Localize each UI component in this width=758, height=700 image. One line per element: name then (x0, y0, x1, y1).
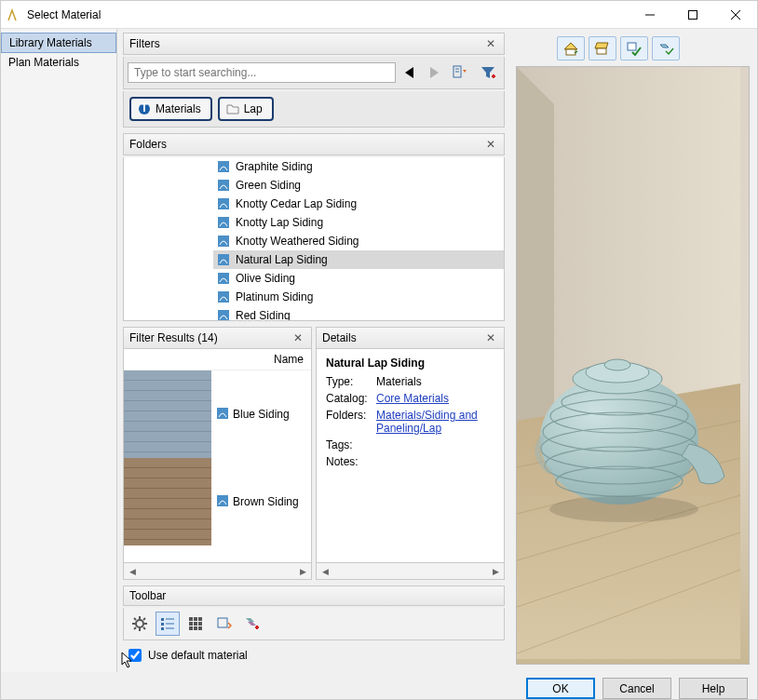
close-button[interactable] (714, 1, 757, 29)
details-header: Details ✕ (316, 327, 505, 349)
leftnav-item-library[interactable]: Library Materials (1, 33, 116, 53)
material-icon (217, 309, 230, 321)
nav-back-button[interactable] (399, 62, 420, 83)
filter-chips: T Materials Lap (123, 91, 505, 128)
details-folders-link[interactable]: Materials/Siding and Paneling/Lap (376, 409, 494, 435)
list-view-button[interactable] (156, 612, 180, 636)
svg-point-76 (549, 496, 698, 522)
preview-apply-button[interactable] (620, 36, 648, 61)
folder-item[interactable]: Platinum Siding (213, 288, 504, 306)
folder-label: Knotty Lap Siding (236, 216, 323, 229)
preview-pane[interactable] (516, 66, 750, 665)
svg-marker-5 (430, 67, 439, 78)
ok-button[interactable]: OK (526, 678, 595, 699)
results-hscroll[interactable]: ◀▶ (123, 563, 312, 580)
material-icon (217, 290, 230, 303)
results-list[interactable]: Name Blue SidingBrown Siding (123, 349, 312, 563)
material-icon (217, 495, 228, 509)
cancel-button[interactable]: Cancel (602, 678, 671, 699)
filter-options-button[interactable] (448, 61, 472, 85)
details-hscroll[interactable]: ◀▶ (316, 563, 505, 580)
details-name: Natural Lap Siding (326, 357, 494, 370)
folders-tree[interactable]: Graphite SidingGreen SidingKnotty Cedar … (123, 157, 505, 321)
material-icon (217, 179, 230, 192)
results-close-icon[interactable]: ✕ (291, 330, 305, 345)
chip-materials-label: Materials (156, 102, 201, 115)
folders-close-icon[interactable]: ✕ (483, 137, 498, 152)
filters-close-icon[interactable]: ✕ (483, 36, 498, 51)
results-name-header[interactable]: Name (124, 349, 311, 370)
svg-line-34 (143, 618, 145, 620)
folders-header: Folders ✕ (123, 133, 505, 155)
chip-materials[interactable]: T Materials (129, 97, 212, 121)
svg-marker-55 (595, 43, 608, 48)
chip-lap[interactable]: Lap (218, 97, 274, 121)
material-icon (217, 160, 230, 173)
nav-forward-button[interactable] (424, 62, 444, 83)
folder-item[interactable]: Knotty Weathered Siding (213, 232, 504, 250)
svg-rect-47 (189, 626, 193, 630)
svg-rect-50 (218, 618, 227, 627)
svg-line-32 (143, 627, 145, 629)
right-column (508, 29, 757, 672)
chip-lap-label: Lap (244, 102, 263, 115)
results-header: Filter Results (14) ✕ (123, 327, 312, 349)
svg-point-26 (136, 620, 143, 627)
material-icon (217, 216, 230, 229)
folder-item[interactable]: Natural Lap Siding (213, 250, 504, 269)
preview-toolbar (557, 36, 750, 61)
folder-label: Natural Lap Siding (236, 253, 328, 266)
folder-item[interactable]: Red Siding (213, 306, 504, 321)
folders-title: Folders (129, 138, 483, 151)
svg-rect-54 (566, 49, 575, 55)
filters-header: Filters ✕ (123, 33, 505, 55)
details-close-icon[interactable]: ✕ (483, 330, 498, 345)
folder-label: Knotty Weathered Siding (236, 235, 359, 248)
folder-label: Platinum Siding (236, 290, 313, 303)
folder-item[interactable]: Graphite Siding (213, 157, 504, 176)
result-item[interactable]: Blue Siding (124, 370, 311, 458)
svg-rect-46 (198, 622, 202, 626)
search-input[interactable] (128, 62, 396, 83)
preview-elevation-button[interactable] (589, 36, 616, 61)
material-icon (217, 272, 230, 285)
folder-icon (225, 101, 240, 116)
app-icon (7, 7, 21, 22)
folder-item[interactable]: Olive Siding (213, 269, 504, 288)
details-title: Details (322, 331, 483, 344)
svg-rect-37 (161, 627, 164, 630)
folder-item[interactable]: Green Siding (213, 176, 504, 195)
result-item[interactable]: Brown Siding (124, 458, 311, 545)
minimize-button[interactable] (629, 1, 671, 29)
svg-marker-59 (517, 67, 554, 458)
material-swatch (124, 458, 211, 545)
folder-item[interactable]: Knotty Cedar Lap Siding (213, 195, 504, 213)
svg-point-75 (604, 359, 630, 370)
filters-title: Filters (129, 37, 483, 50)
details-catalog-link[interactable]: Core Materials (376, 392, 494, 405)
svg-rect-44 (189, 622, 193, 626)
details-type: Materials (376, 375, 494, 388)
toolbar-body (123, 608, 505, 640)
folder-label: Green Siding (236, 179, 301, 192)
preview-home-button[interactable] (557, 36, 585, 61)
leftnav-item-plan[interactable]: Plan Materials (1, 53, 116, 72)
add-filter-button[interactable] (476, 61, 500, 85)
folder-item[interactable]: Knotty Lap Siding (213, 213, 504, 232)
add-material-button[interactable] (239, 612, 264, 636)
svg-marker-4 (405, 67, 413, 78)
svg-rect-48 (194, 626, 197, 630)
help-button[interactable]: Help (679, 678, 748, 699)
preview-reset-button[interactable] (652, 36, 680, 61)
material-icon (217, 197, 230, 210)
use-default-material-label: Use default material (148, 649, 248, 662)
default-material-row: Use default material (123, 642, 505, 668)
maximize-button[interactable] (671, 1, 714, 29)
plant-tool-button[interactable] (211, 612, 236, 636)
settings-button[interactable] (128, 612, 152, 636)
svg-marker-53 (564, 43, 577, 49)
result-label: Brown Siding (233, 495, 299, 508)
svg-rect-43 (198, 617, 202, 621)
cursor-icon (121, 652, 136, 670)
grid-view-button[interactable] (183, 612, 208, 636)
